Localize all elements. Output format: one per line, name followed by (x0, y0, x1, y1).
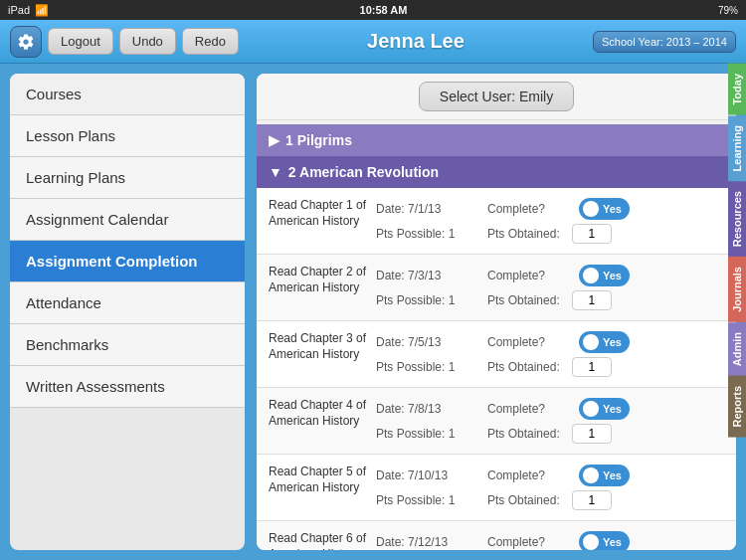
settings-button[interactable] (10, 26, 42, 58)
tab-admin[interactable]: Admin (728, 322, 746, 376)
pts-obtained-label: Pts Obtained: (487, 427, 560, 441)
pts-obtained-input[interactable] (572, 290, 612, 310)
select-user-button[interactable]: Select User: Emily (419, 82, 574, 111)
yes-label: Yes (603, 203, 622, 215)
yes-label: Yes (603, 336, 622, 348)
pts-obtained-input[interactable] (572, 224, 612, 244)
yes-label: Yes (603, 270, 622, 281)
toggle-knob (583, 534, 599, 550)
pts-obtained-input[interactable] (572, 424, 612, 444)
sidebar-item-lesson-plans[interactable]: Lesson Plans (10, 115, 245, 157)
page-title: Jenna Lee (367, 30, 465, 53)
assignment-details: Date: 7/1/13 Complete? Yes Pts Possible:… (376, 198, 724, 244)
redo-button[interactable]: Redo (182, 28, 239, 55)
pts-row: Pts Possible: 1 Pts Obtained: (376, 357, 724, 377)
complete-label: Complete? (487, 468, 567, 482)
table-row: Read Chapter 1 of American History Date:… (257, 188, 736, 255)
date-label: Date: 7/1/13 (376, 202, 456, 216)
table-row: Read Chapter 5 of American History Date:… (257, 455, 736, 521)
assignment-details: Date: 7/3/13 Complete? Yes Pts Possible:… (376, 265, 724, 310)
assignment-name: Read Chapter 6 of American History (269, 531, 368, 550)
sidebar-item-assignment-completion[interactable]: Assignment Completion (10, 241, 245, 282)
ipad-label: iPad (8, 4, 30, 16)
tab-resources[interactable]: Resources (728, 181, 746, 257)
date-pts-row: Date: 7/12/13 Complete? Yes (376, 531, 724, 550)
pts-obtained-input[interactable] (572, 357, 612, 377)
pts-obtained-label: Pts Obtained: (487, 493, 560, 507)
sidebar-item-learning-plans[interactable]: Learning Plans (10, 157, 245, 199)
pts-row: Pts Possible: 1 Pts Obtained: (376, 490, 724, 510)
sidebar-item-assignment-calendar[interactable]: Assignment Calendar (10, 199, 245, 241)
complete-label: Complete? (487, 402, 567, 416)
sidebar-item-attendance[interactable]: Attendance (10, 282, 245, 324)
pts-possible-label: Pts Possible: 1 (376, 360, 456, 374)
complete-label: Complete? (487, 535, 567, 549)
pts-obtained-label: Pts Obtained: (487, 293, 560, 307)
american-revolution-arrow: ▼ (269, 164, 282, 180)
american-revolution-label: 2 American Revolution (288, 164, 439, 180)
sidebar-item-written-assessments[interactable]: Written Assessments (10, 366, 245, 408)
table-row: Read Chapter 3 of American History Date:… (257, 321, 736, 388)
sidebar-item-courses[interactable]: Courses (10, 74, 245, 115)
assignments-container: Read Chapter 1 of American History Date:… (257, 188, 736, 550)
sidebar: Courses Lesson Plans Learning Plans Assi… (8, 72, 247, 552)
settings-icon (17, 33, 35, 51)
complete-toggle[interactable]: Yes (579, 465, 630, 486)
table-row: Read Chapter 4 of American History Date:… (257, 388, 736, 455)
date-pts-row: Date: 7/5/13 Complete? Yes (376, 331, 724, 353)
section-pilgrims[interactable]: ▶ 1 Pilgrims (257, 124, 736, 156)
time-display: 10:58 AM (360, 4, 408, 16)
assignment-details: Date: 7/8/13 Complete? Yes Pts Possible:… (376, 398, 724, 444)
toggle-knob (583, 201, 599, 217)
select-user-bar: Select User: Emily (257, 74, 736, 120)
complete-toggle[interactable]: Yes (579, 198, 630, 220)
sidebar-item-benchmarks[interactable]: Benchmarks (10, 324, 245, 366)
pts-row: Pts Possible: 1 Pts Obtained: (376, 290, 724, 310)
undo-button[interactable]: Undo (119, 28, 176, 55)
status-bar: iPad 📶 10:58 AM 79% (0, 0, 746, 20)
toggle-knob (583, 334, 599, 350)
pts-row: Pts Possible: 1 Pts Obtained: (376, 224, 724, 244)
yes-label: Yes (603, 469, 622, 481)
date-pts-row: Date: 7/8/13 Complete? Yes (376, 398, 724, 420)
section-american-revolution[interactable]: ▼ 2 American Revolution (257, 156, 736, 188)
pts-possible-label: Pts Possible: 1 (376, 227, 456, 241)
table-row: Read Chapter 2 of American History Date:… (257, 255, 736, 321)
content-area[interactable]: ▶ 1 Pilgrims ▼ 2 American Revolution Rea… (257, 120, 736, 550)
pts-obtained-input[interactable] (572, 490, 612, 510)
top-bar-left: Logout Undo Redo (10, 26, 239, 58)
complete-toggle[interactable]: Yes (579, 265, 630, 286)
yes-label: Yes (603, 403, 622, 415)
app-wrapper: iPad 📶 10:58 AM 79% Logout Undo Redo Jen… (0, 0, 746, 560)
complete-toggle[interactable]: Yes (579, 398, 630, 420)
assignment-name: Read Chapter 3 of American History (269, 331, 368, 362)
complete-label: Complete? (487, 202, 567, 216)
yes-label: Yes (603, 536, 622, 548)
pts-possible-label: Pts Possible: 1 (376, 427, 456, 441)
assignment-name: Read Chapter 4 of American History (269, 398, 368, 429)
complete-toggle[interactable]: Yes (579, 531, 630, 550)
toggle-knob (583, 401, 599, 417)
toggle-knob (583, 467, 599, 483)
date-label: Date: 7/8/13 (376, 402, 456, 416)
assignment-details: Date: 7/10/13 Complete? Yes Pts Possible… (376, 465, 724, 510)
school-year-badge: School Year: 2013 – 2014 (593, 31, 736, 53)
tab-reports[interactable]: Reports (728, 376, 746, 438)
pts-obtained-label: Pts Obtained: (487, 360, 560, 374)
tab-learning[interactable]: Learning (728, 115, 746, 181)
complete-toggle[interactable]: Yes (579, 331, 630, 353)
assignment-name: Read Chapter 1 of American History (269, 198, 368, 229)
pts-possible-label: Pts Possible: 1 (376, 493, 456, 507)
pts-row: Pts Possible: 1 Pts Obtained: (376, 424, 724, 444)
tab-journals[interactable]: Journals (728, 257, 746, 322)
complete-label: Complete? (487, 269, 567, 282)
date-pts-row: Date: 7/1/13 Complete? Yes (376, 198, 724, 220)
top-bar: Logout Undo Redo Jenna Lee School Year: … (0, 20, 746, 64)
date-label: Date: 7/10/13 (376, 468, 456, 482)
logout-button[interactable]: Logout (48, 28, 113, 55)
date-label: Date: 7/3/13 (376, 269, 456, 282)
date-label: Date: 7/12/13 (376, 535, 456, 549)
battery-indicator: 79% (718, 5, 738, 16)
tab-today[interactable]: Today (728, 64, 746, 115)
assignment-details: Date: 7/5/13 Complete? Yes Pts Possible:… (376, 331, 724, 377)
